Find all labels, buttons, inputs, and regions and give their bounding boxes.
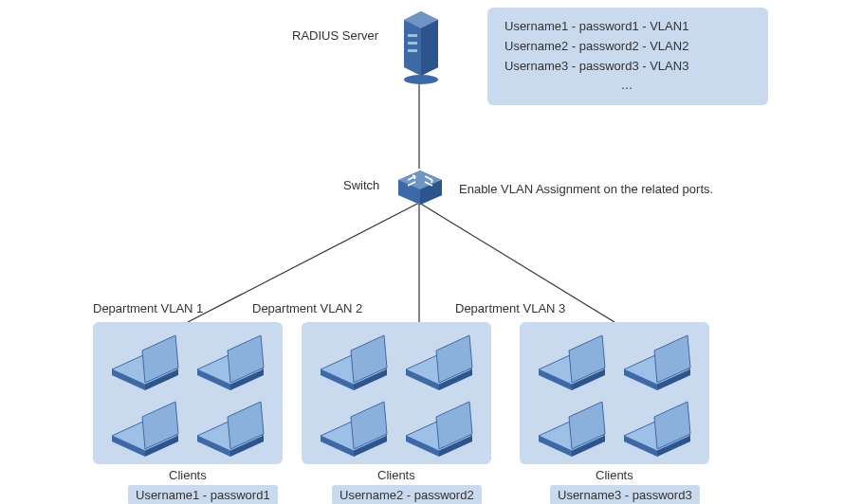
clients-label: Clients [169,468,207,482]
credential-pill-1: Username1 - password1 [128,485,278,504]
laptops-icon [520,322,709,464]
credential-pill-3: Username3 - password3 [550,485,700,504]
switch-icon [394,167,446,207]
clients-group-3 [520,322,709,464]
radius-row: Username3 - password3 - VLAN3 [504,57,751,77]
radius-ellipsis: … [504,76,751,96]
radius-server-label: RADIUS Server [292,28,378,43]
radius-mapping-box: Username1 - password1 - VLAN1 Username2 … [487,8,768,105]
switch-label: Switch [343,178,379,192]
svg-rect-7 [408,34,417,37]
radius-row: Username1 - password1 - VLAN1 [504,17,751,37]
svg-rect-9 [408,49,417,52]
dept3-label: Department VLAN 3 [455,301,565,315]
laptops-icon [302,322,491,464]
svg-point-10 [404,75,438,84]
switch-note: Enable VLAN Assignment on the related po… [459,182,713,196]
radius-server-icon [393,6,449,86]
credential-pill-2: Username2 - password2 [332,485,482,504]
laptops-icon [93,322,283,464]
radius-row: Username2 - password2 - VLAN2 [504,37,751,57]
clients-group-2 [302,322,491,464]
svg-marker-6 [421,20,438,76]
clients-label: Clients [377,468,415,482]
dept1-label: Department VLAN 1 [93,301,203,315]
dept2-label: Department VLAN 2 [252,301,362,315]
clients-group-1 [93,322,283,464]
clients-label: Clients [596,468,633,482]
svg-rect-8 [408,42,417,45]
